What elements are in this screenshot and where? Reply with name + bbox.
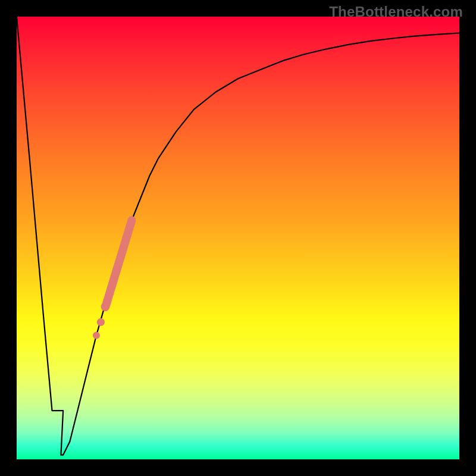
highlight-dot [97, 318, 105, 326]
chart-svg [17, 17, 459, 459]
highlight-dots [93, 302, 109, 339]
highlight-segment [105, 220, 131, 307]
plot-area [17, 17, 459, 459]
highlight-dot [101, 302, 109, 311]
brand-watermark: TheBottleneck.com [329, 4, 463, 20]
bottleneck-curve [17, 17, 459, 455]
chart-stage: TheBottleneck.com [0, 0, 476, 476]
highlight-dot [93, 332, 100, 339]
